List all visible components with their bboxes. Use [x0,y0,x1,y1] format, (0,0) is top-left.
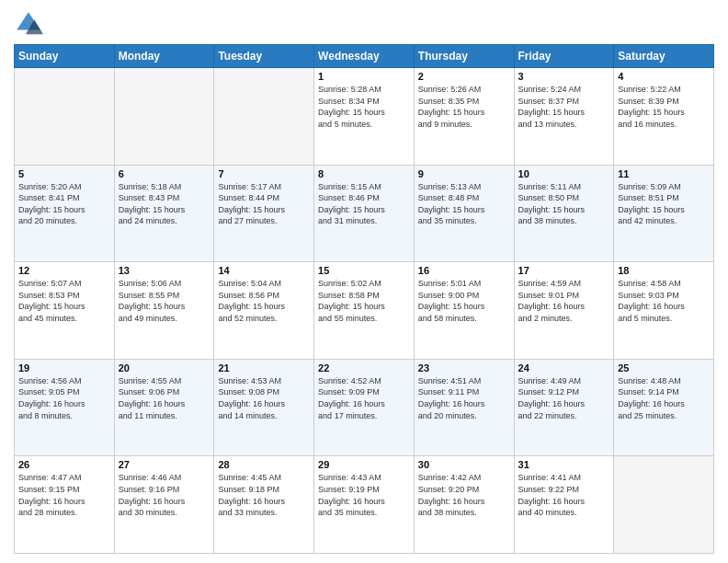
calendar-cell: 14Sunrise: 5:04 AM Sunset: 8:56 PM Dayli… [214,262,314,360]
day-info: Sunrise: 5:11 AM Sunset: 8:50 PM Dayligh… [518,181,610,227]
calendar-table: SundayMondayTuesdayWednesdayThursdayFrid… [14,44,714,554]
calendar-cell: 16Sunrise: 5:01 AM Sunset: 9:00 PM Dayli… [414,262,514,360]
calendar-cell: 18Sunrise: 4:58 AM Sunset: 9:03 PM Dayli… [614,262,714,360]
calendar-cell: 15Sunrise: 5:02 AM Sunset: 8:58 PM Dayli… [314,262,415,360]
calendar-cell: 12Sunrise: 5:07 AM Sunset: 8:53 PM Dayli… [15,262,115,360]
day-info: Sunrise: 4:58 AM Sunset: 9:03 PM Dayligh… [618,278,710,324]
logo [14,9,47,39]
day-info: Sunrise: 4:53 AM Sunset: 9:08 PM Dayligh… [218,375,310,421]
day-number: 12 [18,265,110,276]
calendar-cell: 3Sunrise: 5:24 AM Sunset: 8:37 PM Daylig… [514,68,614,166]
day-number: 24 [518,362,610,373]
day-info: Sunrise: 5:18 AM Sunset: 8:43 PM Dayligh… [119,181,210,227]
day-number: 25 [618,362,710,373]
calendar-cell: 6Sunrise: 5:18 AM Sunset: 8:43 PM Daylig… [114,165,214,262]
day-info: Sunrise: 4:43 AM Sunset: 9:19 PM Dayligh… [318,472,410,518]
page: SundayMondayTuesdayWednesdayThursdayFrid… [0,0,728,563]
calendar-week-5: 26Sunrise: 4:47 AM Sunset: 9:15 PM Dayli… [15,456,714,554]
day-info: Sunrise: 5:02 AM Sunset: 8:58 PM Dayligh… [318,278,410,324]
day-info: Sunrise: 4:45 AM Sunset: 9:18 PM Dayligh… [218,472,310,518]
day-number: 9 [418,168,510,179]
day-info: Sunrise: 4:47 AM Sunset: 9:15 PM Dayligh… [18,472,110,518]
day-info: Sunrise: 5:17 AM Sunset: 8:44 PM Dayligh… [218,181,310,227]
day-number: 23 [418,362,510,373]
day-info: Sunrise: 4:49 AM Sunset: 9:12 PM Dayligh… [518,375,610,421]
calendar-header-wednesday: Wednesday [314,45,415,68]
day-info: Sunrise: 5:22 AM Sunset: 8:39 PM Dayligh… [618,84,710,130]
day-number: 21 [218,362,310,373]
day-number: 13 [119,265,210,276]
calendar-cell: 2Sunrise: 5:26 AM Sunset: 8:35 PM Daylig… [414,68,514,166]
day-info: Sunrise: 5:09 AM Sunset: 8:51 PM Dayligh… [618,181,710,227]
calendar-cell: 29Sunrise: 4:43 AM Sunset: 9:19 PM Dayli… [314,456,415,554]
day-number: 17 [518,265,610,276]
calendar-header-saturday: Saturday [614,45,714,68]
day-number: 11 [618,168,710,179]
calendar-header-thursday: Thursday [414,45,514,68]
day-info: Sunrise: 4:46 AM Sunset: 9:16 PM Dayligh… [119,472,210,518]
day-number: 5 [18,168,110,179]
day-info: Sunrise: 5:15 AM Sunset: 8:46 PM Dayligh… [318,181,410,227]
day-number: 29 [318,459,410,470]
calendar-cell: 4Sunrise: 5:22 AM Sunset: 8:39 PM Daylig… [614,68,714,166]
calendar-header-friday: Friday [514,45,614,68]
calendar-cell [114,68,214,166]
day-number: 10 [518,168,610,179]
calendar-week-4: 19Sunrise: 4:56 AM Sunset: 9:05 PM Dayli… [15,359,714,456]
calendar-cell: 7Sunrise: 5:17 AM Sunset: 8:44 PM Daylig… [214,165,314,262]
day-number: 20 [119,362,210,373]
calendar-cell: 21Sunrise: 4:53 AM Sunset: 9:08 PM Dayli… [214,359,314,456]
day-number: 1 [318,71,410,82]
calendar-week-2: 5Sunrise: 5:20 AM Sunset: 8:41 PM Daylig… [15,165,714,262]
calendar-cell: 13Sunrise: 5:06 AM Sunset: 8:55 PM Dayli… [114,262,214,360]
calendar-cell: 19Sunrise: 4:56 AM Sunset: 9:05 PM Dayli… [15,359,115,456]
calendar-cell: 30Sunrise: 4:42 AM Sunset: 9:20 PM Dayli… [414,456,514,554]
calendar-cell: 20Sunrise: 4:55 AM Sunset: 9:06 PM Dayli… [114,359,214,456]
day-info: Sunrise: 4:55 AM Sunset: 9:06 PM Dayligh… [119,375,210,421]
calendar-header-monday: Monday [114,45,214,68]
day-number: 2 [418,71,510,82]
day-number: 26 [18,459,110,470]
day-info: Sunrise: 5:24 AM Sunset: 8:37 PM Dayligh… [518,84,610,130]
calendar-cell: 22Sunrise: 4:52 AM Sunset: 9:09 PM Dayli… [314,359,415,456]
day-info: Sunrise: 5:20 AM Sunset: 8:41 PM Dayligh… [18,181,110,227]
header [14,9,714,39]
day-info: Sunrise: 5:13 AM Sunset: 8:48 PM Dayligh… [418,181,510,227]
calendar-header-tuesday: Tuesday [214,45,314,68]
day-number: 27 [119,459,210,470]
day-number: 3 [518,71,610,82]
day-info: Sunrise: 4:56 AM Sunset: 9:05 PM Dayligh… [18,375,110,421]
day-info: Sunrise: 4:48 AM Sunset: 9:14 PM Dayligh… [618,375,710,421]
calendar-cell: 31Sunrise: 4:41 AM Sunset: 9:22 PM Dayli… [514,456,614,554]
calendar-cell: 28Sunrise: 4:45 AM Sunset: 9:18 PM Dayli… [214,456,314,554]
calendar-cell: 17Sunrise: 4:59 AM Sunset: 9:01 PM Dayli… [514,262,614,360]
day-number: 18 [618,265,710,276]
day-number: 28 [218,459,310,470]
day-info: Sunrise: 4:42 AM Sunset: 9:20 PM Dayligh… [418,472,510,518]
calendar-cell [614,456,714,554]
day-number: 6 [119,168,210,179]
day-info: Sunrise: 4:52 AM Sunset: 9:09 PM Dayligh… [318,375,410,421]
day-info: Sunrise: 5:04 AM Sunset: 8:56 PM Dayligh… [218,278,310,324]
day-info: Sunrise: 5:07 AM Sunset: 8:53 PM Dayligh… [18,278,110,324]
calendar-cell: 9Sunrise: 5:13 AM Sunset: 8:48 PM Daylig… [414,165,514,262]
calendar-cell: 5Sunrise: 5:20 AM Sunset: 8:41 PM Daylig… [15,165,115,262]
calendar-cell: 27Sunrise: 4:46 AM Sunset: 9:16 PM Dayli… [114,456,214,554]
calendar-cell: 10Sunrise: 5:11 AM Sunset: 8:50 PM Dayli… [514,165,614,262]
calendar-header-row: SundayMondayTuesdayWednesdayThursdayFrid… [15,45,714,68]
day-number: 19 [18,362,110,373]
day-info: Sunrise: 4:59 AM Sunset: 9:01 PM Dayligh… [518,278,610,324]
day-info: Sunrise: 4:41 AM Sunset: 9:22 PM Dayligh… [518,472,610,518]
logo-icon [14,9,43,39]
calendar-cell: 25Sunrise: 4:48 AM Sunset: 9:14 PM Dayli… [614,359,714,456]
day-number: 16 [418,265,510,276]
day-number: 8 [318,168,410,179]
day-info: Sunrise: 5:28 AM Sunset: 8:34 PM Dayligh… [318,84,410,130]
calendar-cell: 24Sunrise: 4:49 AM Sunset: 9:12 PM Dayli… [514,359,614,456]
day-info: Sunrise: 5:26 AM Sunset: 8:35 PM Dayligh… [418,84,510,130]
calendar-cell [214,68,314,166]
calendar-header-sunday: Sunday [15,45,115,68]
day-number: 22 [318,362,410,373]
calendar-cell: 8Sunrise: 5:15 AM Sunset: 8:46 PM Daylig… [314,165,415,262]
day-number: 14 [218,265,310,276]
